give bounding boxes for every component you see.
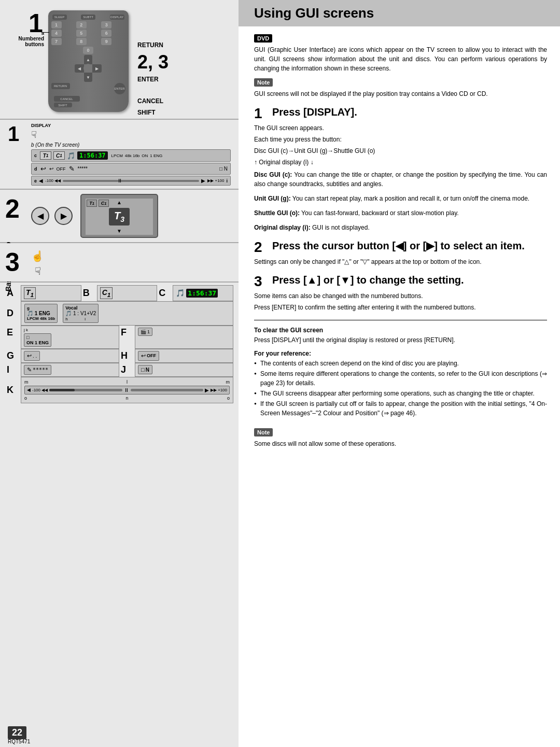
pause-e: ⏸: [117, 178, 122, 184]
annot-o2: o: [227, 396, 230, 401]
bullet-list: The contents of each screen depend on th…: [254, 359, 547, 418]
n-j-label: N: [146, 367, 149, 373]
original-display-section: Original display (i): GUI is not display…: [254, 223, 547, 232]
step3-body1: Some items can also be changed with the …: [254, 291, 547, 301]
next-k: ▶: [205, 387, 209, 393]
screen-row-d: d ↩ ↩ OFF ✎ ***** □ N: [31, 163, 231, 175]
nav-center[interactable]: [83, 64, 93, 73]
label-f: F: [119, 326, 135, 349]
remote-graphic: SLEEP SUBTT DISPLAY 1 2 3 4 5 6 7 8: [47, 10, 130, 112]
cell-g: ↩ . .: [21, 349, 119, 363]
left-arrow-btn[interactable]: ◀: [31, 207, 49, 225]
stars-i: *****: [33, 367, 48, 373]
label-j2: J: [119, 363, 135, 377]
row-ij: I ✎ ***** J □ N: [5, 363, 233, 377]
cell-b: C1: [97, 285, 158, 301]
clear-gui-section: To clear the GUI screen Press [DISPLAY] …: [254, 327, 547, 345]
cell-i: ✎ *****: [21, 363, 119, 377]
step3-body2: Press [ENTER] to confirm the setting aft…: [254, 303, 547, 312]
cell-f: 🎬 1: [135, 326, 233, 349]
right-arrow-btn[interactable]: ▶: [54, 207, 73, 225]
audio-detail: 48k 16b: [125, 153, 139, 158]
shuttle-gui-title-text: Shuttle GUI (o): You can fast-forward, b…: [254, 208, 547, 218]
row-ef: E j k □ ON 1 ENG F 🎬 1: [5, 326, 233, 349]
lpcm-box: g 🎵 1 ENG LPCM 48k 16b: [24, 304, 58, 323]
cell-c: 🎵 1:56:37: [173, 285, 233, 301]
cell-k: m l m ◀ -100 ◀◀ ⏸ ▶ ▶▶ +100: [21, 377, 233, 403]
nav-up[interactable]: ▲: [84, 55, 92, 64]
screen-row-e: e ◀ -100 ◀◀ ⏸ ▶ ▶▶ +100 i: [31, 176, 231, 186]
label-c: C: [157, 285, 173, 301]
screen-c1: C1: [99, 200, 109, 207]
cell-a: T1: [21, 285, 81, 301]
sub-label: 1 ENG: [150, 153, 162, 158]
n-j-box: □ N: [138, 365, 152, 374]
up-arrow-ind: ▲: [117, 200, 122, 205]
fm-box: 🎬 1: [138, 328, 152, 336]
nav-left[interactable]: ◀: [75, 64, 84, 73]
screen-content: T1 C1 T3 ▲ ▼: [86, 199, 153, 235]
n-d: □ N: [219, 166, 228, 172]
k-bottom-annotations: o n o: [24, 396, 230, 401]
label-i2: i: [85, 317, 86, 321]
pause-k: ⏸: [124, 387, 129, 393]
fwd100-k: ▶▶ +100: [211, 388, 227, 392]
right-labels: RETURN 2, 3 ENTER CANCEL SHIFT: [137, 10, 169, 116]
vocal-box: Vocal 🎵 1 : V1+V2 h i: [63, 304, 99, 323]
annot-d: d: [34, 166, 37, 172]
prev-e: ◀: [39, 178, 43, 184]
back100-e: -100 ◀◀: [45, 178, 61, 183]
step1-body3: Disc GUI (c)→Unit GUI (g)→Shuttle GUI (o…: [254, 146, 547, 156]
hand-icon: ☟: [31, 129, 231, 140]
n-j-icon: □: [141, 367, 145, 373]
display-label: DISPLAY: [31, 123, 231, 128]
screen-top-icons: T1 C1: [87, 200, 109, 207]
c1-icon: C1: [53, 151, 65, 160]
cancel-label: CANCEL: [137, 97, 169, 105]
pencil-i-box: ✎ *****: [24, 365, 51, 375]
annot-l: l: [127, 379, 128, 385]
label-b: B: [81, 285, 97, 301]
right-panel: Using GUI screens DVD GUI (Graphic User …: [239, 0, 560, 747]
nav-right[interactable]: ▶: [92, 64, 102, 73]
step23-number: 2, 3: [137, 53, 169, 72]
annot-c: c: [34, 153, 37, 158]
k-annotations: m l m: [24, 379, 230, 385]
unit-gui-section: Unit GUI (g): You can start repeat play,…: [254, 194, 547, 203]
shuttle-gui-section: Shuttle GUI (o): You can fast-forward, b…: [254, 208, 547, 218]
clear-gui-body: Press [DISPLAY] until the original displ…: [254, 335, 547, 345]
label-h2: H: [119, 349, 135, 363]
row-abc: A T1 B C1 C 🎵 1:56:37: [5, 285, 233, 301]
fm-icon: 🎬: [141, 329, 146, 334]
step2-body-text: Settings can only be changed if "△" or "…: [254, 257, 547, 266]
label-g: g: [27, 306, 30, 311]
note1-text: GUI screens will not be displayed if the…: [254, 89, 547, 98]
bullet-1: The contents of each screen depend on th…: [254, 359, 547, 368]
time-c: 1:56:37: [186, 289, 218, 298]
page-number: 22: [8, 726, 26, 739]
for-ref-title: For your reference:: [254, 350, 547, 357]
t1-cell-a: T1: [24, 287, 36, 299]
step3-section: 3 ☝ ☟: [0, 243, 239, 281]
hand-up: ☝: [31, 250, 44, 262]
step1-body4: ↑ Original display (i) ↓: [254, 158, 547, 167]
step2-body: Settings can only be changed if "△" or "…: [254, 257, 547, 266]
repeat-icon-d2: ↩: [49, 166, 53, 172]
dotdot-g: . .: [33, 353, 37, 359]
return-label: RETURN: [137, 41, 169, 49]
bullet-2: Some items require different operations …: [254, 369, 547, 388]
annot-m1: m: [24, 379, 29, 385]
repeat-g-icon: ↩: [27, 353, 32, 359]
original-title-text: Original display (i): GUI is not display…: [254, 223, 547, 232]
shift-label: SHIFT: [137, 109, 169, 116]
nav-down[interactable]: ▼: [84, 73, 92, 82]
step2-title: Press the cursor button [◀] or [▶] to se…: [272, 240, 525, 251]
unit-gui-title-text: Unit GUI (g): You can start repeat play,…: [254, 194, 547, 203]
step1-body: The GUI screen appears. Each time you pr…: [254, 123, 547, 167]
row-gh: G ↩ . . H ↩ OFF: [5, 349, 233, 363]
step3-body: Some items can also be changed with the …: [254, 291, 547, 312]
pb-fill-k: [49, 389, 75, 391]
step3-num: 3: [254, 274, 267, 289]
label-d: D: [5, 301, 21, 326]
c1-cell-b: C1: [100, 287, 113, 299]
